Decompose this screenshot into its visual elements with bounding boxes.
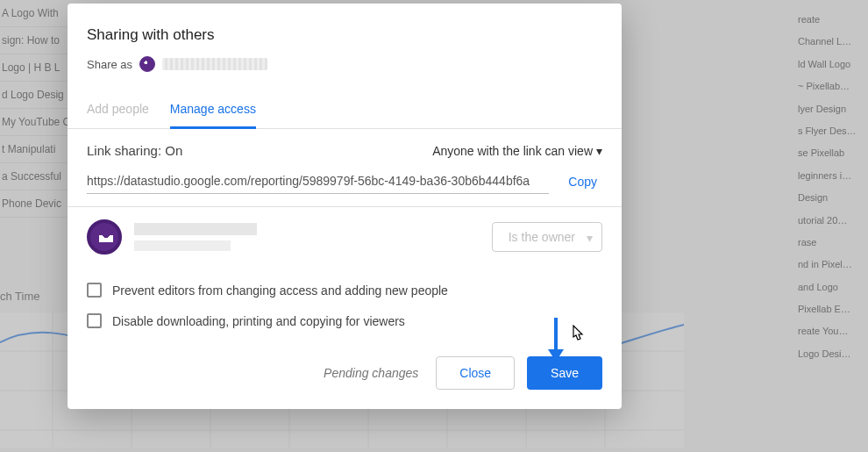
link-sharing-status: Link sharing: On [87,143,182,158]
copy-link-button[interactable]: Copy [563,175,602,189]
owner-role-selector[interactable]: Is the owner [492,222,602,252]
owner-name-redacted [134,223,257,251]
sharing-dialog: Sharing with others Share as Add people … [68,4,622,409]
svg-marker-13 [548,349,564,362]
pending-changes-label: Pending changes [324,366,418,380]
prevent-editors-label: Prevent editors from changing access and… [112,283,448,298]
close-button[interactable]: Close [436,356,515,390]
tab-add-people[interactable]: Add people [87,93,149,128]
prevent-editors-checkbox[interactable] [87,283,102,298]
link-access-dropdown[interactable]: Anyone with the link can view ▾ [432,144,602,158]
share-as-label: Share as [87,58,132,71]
disable-download-checkbox[interactable] [87,313,102,328]
owner-avatar-icon [87,219,122,255]
disable-download-label: Disable downloading, printing and copyin… [112,314,405,328]
share-url-input[interactable] [87,169,549,194]
dialog-title: Sharing with others [87,26,602,44]
annotation-arrow-icon [544,314,567,363]
tab-bar: Add people Manage access [68,93,622,129]
user-name-redacted [162,58,267,70]
pointer-cursor-icon [568,325,586,348]
caret-down-icon: ▾ [596,144,602,158]
tab-manage-access[interactable]: Manage access [170,93,256,129]
user-avatar-icon [139,56,155,72]
